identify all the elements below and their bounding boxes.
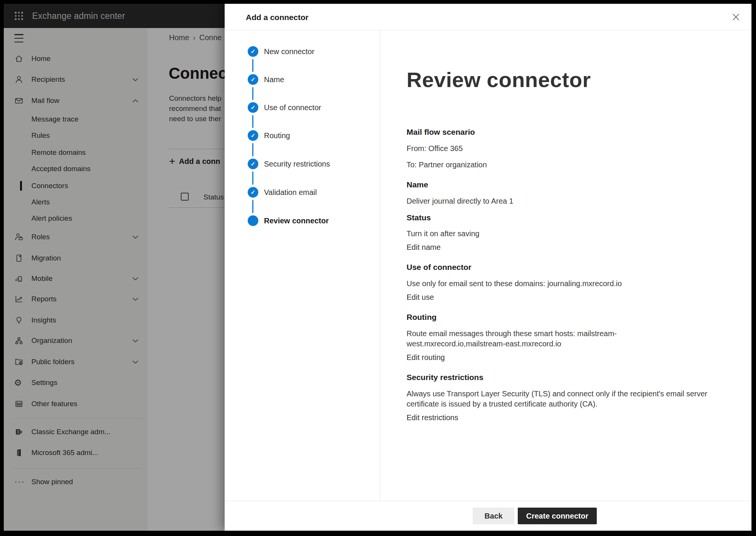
modal-footer: Back Create connector bbox=[225, 501, 751, 531]
review-panel: Review connector Mail flow scenario From… bbox=[380, 30, 751, 501]
modal-header: Add a connector bbox=[225, 4, 751, 30]
edit-use-link[interactable]: Edit use bbox=[407, 292, 434, 302]
step-complete-icon: ✓ bbox=[248, 46, 258, 57]
step-connector-line bbox=[252, 200, 253, 213]
add-connector-modal: Add a connector ✓ New connector ✓ Name ✓ bbox=[225, 4, 751, 531]
step-complete-icon: ✓ bbox=[248, 130, 258, 141]
wizard-step-new-connector[interactable]: ✓ New connector bbox=[248, 46, 258, 57]
step-connector-line bbox=[252, 143, 253, 156]
section-header: Use of connector bbox=[407, 262, 709, 272]
wizard-step-validation-email[interactable]: ✓ Validation email bbox=[248, 187, 258, 198]
section-routing: Routing Route email messages through the… bbox=[407, 312, 709, 363]
step-complete-icon: ✓ bbox=[248, 102, 258, 113]
step-connector-line bbox=[252, 115, 253, 128]
use-of-connector-value: Use only for email sent to these domains… bbox=[407, 279, 709, 289]
security-restrictions-value: Always use Transport Layer Security (TLS… bbox=[407, 389, 709, 409]
create-connector-button[interactable]: Create connector bbox=[518, 508, 597, 524]
section-header: Mail flow scenario bbox=[407, 127, 709, 137]
wizard-step-security-restrictions[interactable]: ✓ Security restrictions bbox=[248, 159, 258, 169]
step-connector-line bbox=[252, 59, 253, 72]
mail-flow-from: From: Office 365 bbox=[407, 143, 709, 154]
wizard-steps-panel: ✓ New connector ✓ Name ✓ Use of connecto… bbox=[225, 30, 380, 501]
section-header: Security restrictions bbox=[407, 372, 709, 382]
wizard-step-review-connector[interactable]: Review connector bbox=[248, 215, 258, 226]
routing-value: Route email messages through these smart… bbox=[407, 329, 709, 349]
section-name: Name Deliver journal directly to Area 1 … bbox=[407, 180, 709, 252]
section-security-restrictions: Security restrictions Always use Transpo… bbox=[407, 372, 709, 423]
step-complete-icon: ✓ bbox=[248, 74, 258, 85]
close-icon[interactable] bbox=[731, 12, 741, 22]
step-complete-icon: ✓ bbox=[248, 159, 258, 169]
mail-flow-to: To: Partner organization bbox=[407, 160, 709, 170]
status-value: Turn it on after saving bbox=[407, 229, 709, 239]
step-connector-line bbox=[252, 87, 253, 100]
section-header: Name bbox=[407, 180, 709, 190]
connector-name-value: Deliver journal directly to Area 1 bbox=[407, 196, 709, 206]
wizard-step-use-of-connector[interactable]: ✓ Use of connector bbox=[248, 102, 258, 113]
section-mail-flow-scenario: Mail flow scenario From: Office 365 To: … bbox=[407, 127, 709, 170]
modal-overlay bbox=[4, 4, 225, 531]
wizard-step-routing[interactable]: ✓ Routing bbox=[248, 130, 258, 141]
step-complete-icon: ✓ bbox=[248, 187, 258, 198]
edit-name-link[interactable]: Edit name bbox=[407, 242, 441, 252]
step-current-icon bbox=[248, 215, 258, 226]
modal-title: Add a connector bbox=[246, 13, 309, 22]
edit-routing-link[interactable]: Edit routing bbox=[407, 352, 445, 363]
section-header: Routing bbox=[407, 312, 709, 322]
exchange-admin-app: Exchange admin center Home Recipients Ma… bbox=[4, 4, 751, 531]
step-connector-line bbox=[252, 171, 253, 185]
wizard-step-name[interactable]: ✓ Name bbox=[248, 74, 258, 85]
back-button[interactable]: Back bbox=[473, 508, 514, 524]
review-heading: Review connector bbox=[407, 67, 709, 93]
status-subheader: Status bbox=[407, 212, 709, 223]
section-use-of-connector: Use of connector Use only for email sent… bbox=[407, 262, 709, 302]
edit-restrictions-link[interactable]: Edit restrictions bbox=[407, 413, 458, 423]
